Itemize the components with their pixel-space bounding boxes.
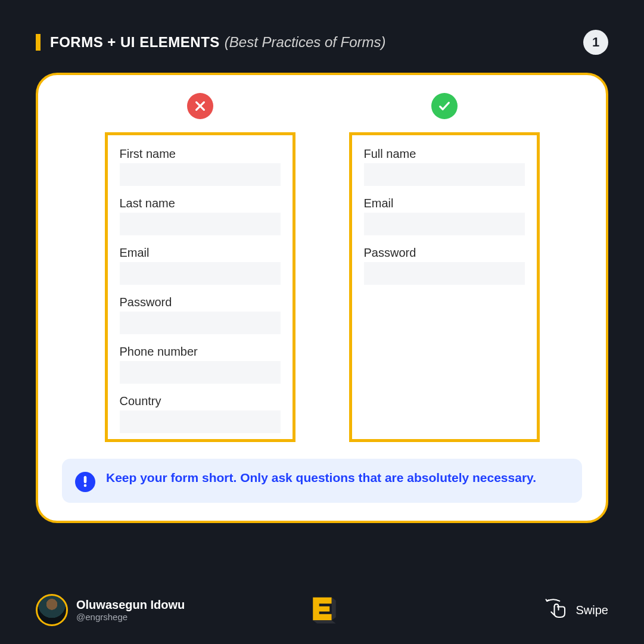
- text-input[interactable]: [364, 262, 525, 285]
- svg-marker-5: [331, 598, 335, 621]
- page-number: 1: [592, 35, 599, 50]
- text-input[interactable]: [120, 213, 281, 235]
- form-column-good: Full name Email Password: [349, 93, 540, 442]
- form-column-bad: First name Last name Email Password Phon…: [105, 93, 295, 442]
- text-input[interactable]: [120, 163, 281, 186]
- form-box-good: Full name Email Password: [349, 132, 540, 442]
- text-input[interactable]: [120, 361, 281, 384]
- field-label: Email: [364, 197, 525, 210]
- text-input[interactable]: [364, 213, 525, 235]
- svg-marker-4: [313, 598, 332, 621]
- cross-icon: [187, 93, 213, 119]
- field-label: Country: [120, 394, 281, 408]
- info-icon: [75, 472, 95, 492]
- text-input[interactable]: [364, 163, 525, 186]
- header: FORMS + UI ELEMENTS (Best Practices of F…: [36, 30, 608, 55]
- form-field: Password: [364, 246, 525, 285]
- form-box-bad: First name Last name Email Password Phon…: [105, 132, 295, 442]
- author-block: Oluwasegun Idowu @engrshege: [76, 598, 185, 622]
- svg-point-2: [84, 484, 87, 487]
- text-input[interactable]: [120, 262, 281, 285]
- form-field: Full name: [364, 147, 525, 186]
- form-field: First name: [120, 147, 281, 186]
- text-input[interactable]: [120, 312, 281, 334]
- form-field: Last name: [120, 197, 281, 235]
- select-input[interactable]: [120, 410, 281, 433]
- brand-logo-icon: [306, 592, 339, 628]
- accent-bar: [36, 34, 41, 51]
- check-icon: [431, 93, 458, 119]
- form-field: Password: [120, 295, 281, 334]
- field-label: First name: [120, 147, 281, 161]
- tip-text: Keep your form short. Only ask questions…: [106, 469, 536, 486]
- swipe-icon: [544, 596, 569, 624]
- title-main: FORMS + UI ELEMENTS: [50, 34, 220, 51]
- svg-rect-3: [84, 476, 87, 483]
- page-number-badge: 1: [583, 30, 608, 55]
- field-label: Phone number: [120, 345, 281, 359]
- field-label: Last name: [120, 197, 281, 210]
- form-field: Phone number: [120, 345, 281, 384]
- field-label: Full name: [364, 147, 525, 161]
- title-subtitle: (Best Practices of Forms): [225, 34, 386, 51]
- form-field: Email: [120, 246, 281, 285]
- footer: Oluwasegun Idowu @engrshege Swipe: [36, 583, 608, 626]
- field-label: Password: [120, 295, 281, 309]
- field-label: Email: [120, 246, 281, 260]
- author-name: Oluwasegun Idowu: [76, 598, 185, 612]
- form-field: Country: [120, 394, 281, 433]
- swipe-hint: Swipe: [544, 596, 608, 624]
- author-handle: @engrshege: [76, 612, 185, 622]
- tip-callout: Keep your form short. Only ask questions…: [62, 459, 582, 503]
- swipe-label: Swipe: [576, 603, 608, 617]
- content-card: First name Last name Email Password Phon…: [36, 73, 608, 523]
- svg-marker-6: [313, 620, 336, 623]
- forms-comparison-row: First name Last name Email Password Phon…: [62, 93, 582, 442]
- avatar: [36, 594, 68, 626]
- form-field: Email: [364, 197, 525, 235]
- field-label: Password: [364, 246, 525, 260]
